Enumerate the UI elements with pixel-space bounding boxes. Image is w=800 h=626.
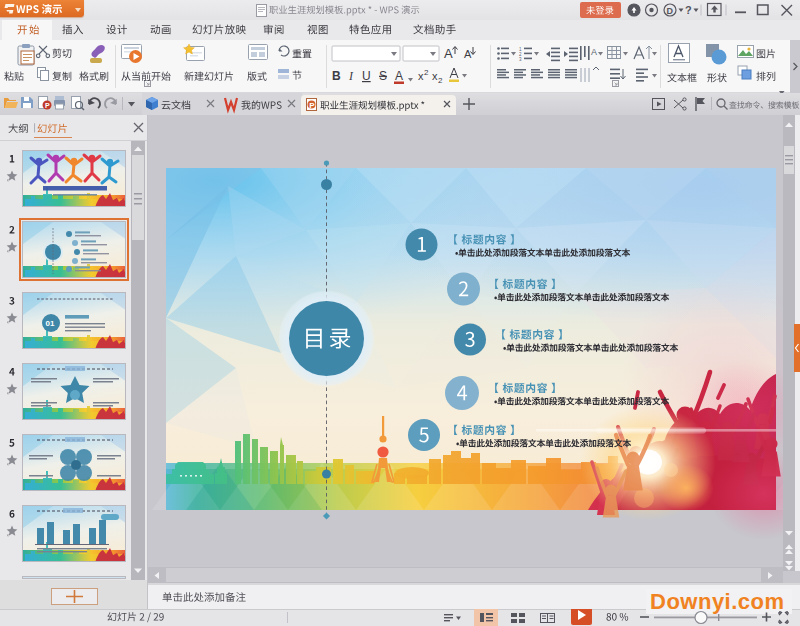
- svg-text:P: P: [45, 102, 50, 109]
- svg-text:P: P: [309, 101, 315, 110]
- svg-text:D: D: [667, 6, 674, 16]
- svg-text:01: 01: [46, 319, 55, 328]
- svg-text:?: ?: [685, 4, 692, 16]
